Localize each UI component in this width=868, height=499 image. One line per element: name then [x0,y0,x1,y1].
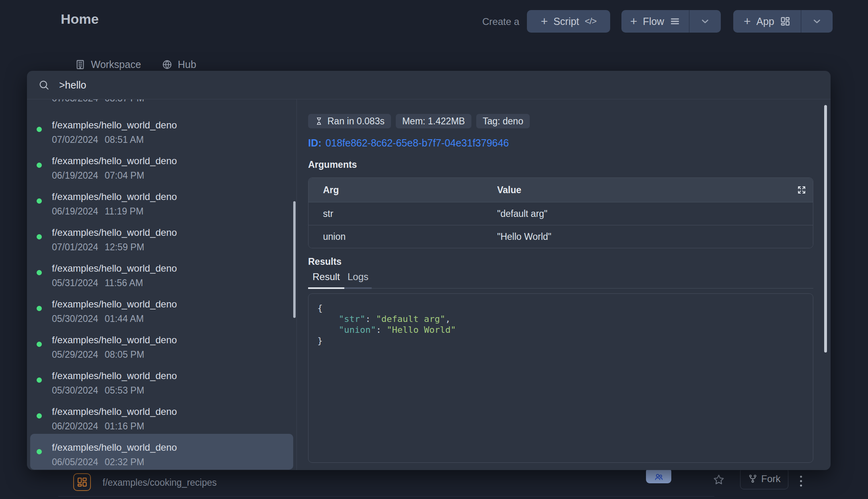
expand-icon [797,185,806,195]
hourglass-icon [315,117,323,126]
run-item-date: 06/19/2024 [52,206,98,217]
results-title: Results [308,256,831,267]
app-grid-icon [780,16,790,27]
run-item-date: 05/30/2024 [52,385,98,396]
more-options-button[interactable] [798,474,804,488]
run-item-time: 11:19 PM [105,206,144,217]
run-list-item[interactable]: f/examples/hello_world_deno 06/05/202402… [30,434,293,470]
plus-icon: + [630,15,638,27]
run-badges: Ran in 0.083s Mem: 1.422MB Tag: deno [308,114,831,128]
fork-button-label: Fork [761,473,781,485]
group-icon [654,472,664,482]
app-dropdown-button[interactable] [801,10,833,33]
flow-dropdown-button[interactable] [689,10,721,33]
run-list-item[interactable]: f/examples/hello_world_deno 06/19/202407… [30,147,293,183]
argument-row: str "default arg" [309,202,813,225]
run-id-label: ID: [308,137,321,149]
run-list-item[interactable]: f/examples/hello_world_deno 05/31/202411… [30,255,293,291]
run-item-date: 06/05/2024 [52,457,98,467]
run-id-row: ID: 018fe862-8c62-65e8-b7f7-04e31f379646 [308,137,831,149]
code-icon: </> [585,16,596,27]
command-palette-modal: 07/03/202408:37 PM f/examples/hello_worl… [27,71,831,470]
success-status-dot [37,270,42,275]
duration-badge: Ran in 0.083s [308,114,391,128]
tab-hub[interactable]: Hub [162,59,196,70]
column-header-value: Value [497,185,813,196]
run-item-path: f/examples/hello_world_deno [52,155,293,167]
run-item-date: 06/19/2024 [52,170,98,181]
tab-result[interactable]: Result [308,271,344,289]
success-status-dot [37,342,42,347]
expand-table-button[interactable] [797,185,806,195]
plus-icon: + [541,15,548,27]
run-item-time: 07:04 PM [105,170,144,181]
run-item-time: 12:59 PM [105,242,144,252]
create-flow-button[interactable]: + Flow [621,10,721,33]
create-a-label: Create a [482,16,519,27]
tab-logs[interactable]: Logs [344,271,372,289]
result-json: { "str": "default arg", "union": "Hello … [308,293,813,463]
run-item-time: 08:37 PM [105,99,144,103]
run-item-time: 08:05 PM [105,349,144,360]
tab-workspace[interactable]: Workspace [75,59,141,70]
app-button-label: App [757,16,774,27]
git-fork-icon [748,474,757,483]
script-button-label: Script [553,16,579,27]
run-list-scrollbar[interactable] [293,201,296,318]
success-status-dot [37,377,42,383]
page-title: Home [61,11,99,27]
plus-icon: + [744,15,751,27]
run-list-item[interactable]: f/examples/hello_world_deno 06/20/202401… [30,398,293,434]
search-bar [27,71,831,99]
argument-name: str [309,208,497,219]
tag-badge: Tag: deno [476,114,530,128]
fork-button[interactable]: Fork [740,468,788,489]
chevron-down-icon [812,16,822,27]
chevron-down-icon [700,16,710,27]
run-item-path: f/examples/hello_world_deno [52,227,293,238]
run-list-item[interactable]: f/examples/hello_world_deno 07/01/202412… [30,219,293,255]
favorite-star-icon[interactable] [712,473,725,486]
tab-workspace-label: Workspace [91,59,141,70]
argument-value: "default arg" [497,208,813,219]
success-status-dot [37,234,42,239]
run-list-panel: 07/03/202408:37 PM f/examples/hello_worl… [27,99,297,470]
run-list: f/examples/hello_world_deno 07/02/202408… [27,111,296,470]
argument-name: union [309,231,497,242]
run-item-path: f/examples/hello_world_deno [52,191,293,202]
run-item-date: 05/29/2024 [52,349,98,360]
run-item-time: 02:32 PM [105,457,144,467]
run-item-time: 05:53 PM [105,385,144,396]
run-list-item[interactable]: f/examples/hello_world_deno 05/30/202401… [30,291,293,326]
search-input[interactable] [59,79,831,91]
modal-scrollbar[interactable] [824,105,827,353]
run-item-time: 08:51 AM [105,134,144,145]
run-item-time: 01:16 PM [105,421,144,431]
success-status-dot [37,413,42,419]
column-header-arg: Arg [309,185,497,196]
run-item-path: f/examples/hello_world_deno [52,263,293,274]
globe-icon [162,59,173,70]
create-app-button[interactable]: + App [733,10,833,33]
cooking-recipes-app-icon [73,473,91,491]
success-status-dot [37,127,42,132]
success-status-dot [37,306,42,311]
run-item-date: 07/01/2024 [52,242,98,252]
arguments-title: Arguments [308,159,831,170]
arguments-table-body: str "default arg" union "Hello World" [309,202,813,248]
run-list-item[interactable]: f/examples/hello_world_deno 05/30/202405… [30,362,293,398]
run-list-clipped-item[interactable]: 07/03/202408:37 PM [27,99,296,111]
create-script-button[interactable]: + Script </> [527,10,610,33]
run-item-date: 06/20/2024 [52,421,98,431]
run-id-value[interactable]: 018fe862-8c62-65e8-b7f7-04e31f379646 [325,137,509,149]
run-details-panel: Ran in 0.083s Mem: 1.422MB Tag: deno ID:… [297,99,831,470]
run-list-item[interactable]: f/examples/hello_world_deno 07/02/202408… [30,111,293,147]
run-item-time: 11:56 AM [105,278,143,288]
run-item-date: 05/30/2024 [52,313,98,324]
run-item-date: 07/02/2024 [52,134,98,145]
run-item-path: f/examples/hello_world_deno [52,442,293,453]
run-item-date: 05/31/2024 [52,278,98,288]
divider [58,496,714,497]
run-list-item[interactable]: f/examples/hello_world_deno 05/29/202408… [30,326,293,362]
run-list-item[interactable]: f/examples/hello_world_deno 06/19/202411… [30,183,293,219]
